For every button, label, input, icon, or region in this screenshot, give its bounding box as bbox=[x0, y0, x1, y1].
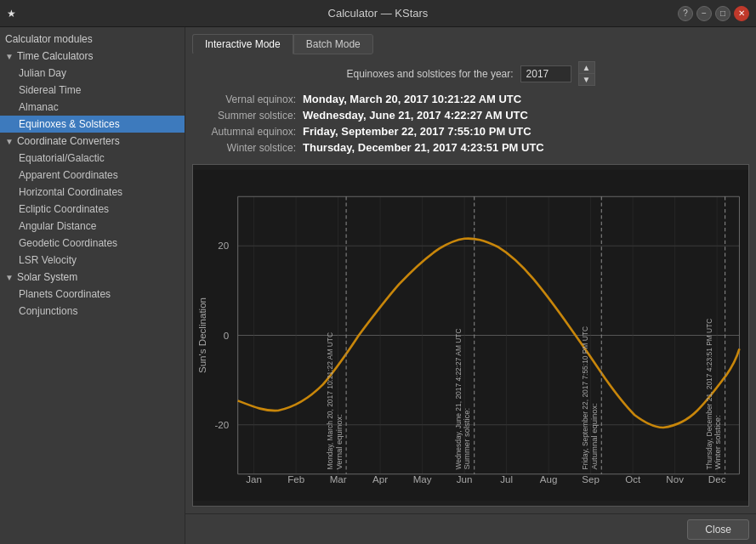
svg-text:Thursday, December 21, 2017 4:: Thursday, December 21, 2017 4:23:51 PM U… bbox=[705, 319, 713, 470]
equinox-data-rows: Vernal equinox: Monday, March 20, 2017 1… bbox=[192, 93, 749, 157]
svg-text:Mar: Mar bbox=[330, 474, 347, 484]
sidebar-item-equatorial-galactic[interactable]: Equatorial/Galactic bbox=[0, 150, 185, 167]
svg-text:Jul: Jul bbox=[500, 474, 513, 484]
sidebar-section-solar-system[interactable]: ▼ Solar System bbox=[0, 269, 185, 286]
svg-text:Winter solstice:: Winter solstice: bbox=[713, 415, 722, 469]
sidebar-item-lsr-velocity[interactable]: LSR Velocity bbox=[0, 252, 185, 269]
tab-interactive-mode[interactable]: Interactive Mode bbox=[192, 34, 293, 54]
summer-solstice-value: Wednesday, June 21, 2017 4:22:27 AM UTC bbox=[303, 109, 528, 122]
app-icon: ★ bbox=[7, 8, 16, 20]
vernal-equinox-row: Vernal equinox: Monday, March 20, 2017 1… bbox=[192, 93, 749, 105]
sidebar-item-horizontal-coordinates[interactable]: Horizontal Coordinates bbox=[0, 184, 185, 201]
autumnal-equinox-row: Autumnal equinox: Friday, September 22, … bbox=[192, 125, 749, 138]
winter-solstice-value: Thursday, December 21, 2017 4:23:51 PM U… bbox=[303, 141, 544, 154]
sidebar-item-planets-coordinates[interactable]: Planets Coordinates bbox=[0, 286, 185, 303]
window-title: Calculator — KStars bbox=[328, 7, 429, 20]
svg-text:Friday, September 22, 2017 7:5: Friday, September 22, 2017 7:55:10 PM UT… bbox=[581, 326, 589, 470]
header-label: Calculator modules bbox=[5, 33, 93, 45]
svg-text:-20: -20 bbox=[214, 420, 229, 430]
expand-arrow-time: ▼ bbox=[5, 52, 14, 61]
svg-text:20: 20 bbox=[218, 241, 229, 251]
sidebar-item-ecliptic-coordinates[interactable]: Ecliptic Coordinates bbox=[0, 201, 185, 218]
svg-text:Aug: Aug bbox=[540, 474, 558, 484]
svg-text:Feb: Feb bbox=[287, 474, 304, 484]
maximize-button[interactable]: □ bbox=[715, 6, 730, 21]
svg-text:Jan: Jan bbox=[246, 474, 262, 484]
svg-text:Dec: Dec bbox=[708, 474, 726, 484]
window-controls: ? − □ ✕ bbox=[678, 6, 749, 21]
svg-text:Autumnal equinox:: Autumnal equinox: bbox=[589, 403, 599, 469]
vernal-equinox-value: Monday, March 20, 2017 10:21:22 AM UTC bbox=[303, 93, 521, 105]
equinox-header-label: Equinoxes and solstices for the year: bbox=[346, 68, 513, 80]
svg-text:Summer solstice:: Summer solstice: bbox=[462, 408, 471, 470]
section-label-coord: Coordinate Converters bbox=[17, 135, 120, 147]
tab-bar: Interactive Mode Batch Mode bbox=[192, 34, 749, 54]
svg-text:May: May bbox=[413, 474, 432, 484]
summer-solstice-label: Summer solstice: bbox=[192, 110, 303, 122]
sidebar-section-time-calculators[interactable]: ▼ Time Calculators bbox=[0, 48, 185, 65]
svg-text:Sep: Sep bbox=[582, 474, 600, 484]
titlebar: ★ Calculator — KStars ? − □ ✕ bbox=[0, 0, 756, 27]
sidebar-item-apparent-coordinates[interactable]: Apparent Coordinates bbox=[0, 167, 185, 184]
main-layout: Calculator modules ▼ Time Calculators Ju… bbox=[0, 27, 756, 544]
sidebar-item-geodetic-coordinates[interactable]: Geodetic Coordinates bbox=[0, 235, 185, 252]
section-label-solar: Solar System bbox=[17, 271, 77, 283]
sidebar-item-julian-day[interactable]: Julian Day bbox=[0, 65, 185, 82]
svg-text:0: 0 bbox=[224, 331, 229, 341]
winter-solstice-label: Winter solstice: bbox=[192, 142, 303, 154]
sidebar-item-sidereal-time[interactable]: Sidereal Time bbox=[0, 82, 185, 99]
winter-solstice-row: Winter solstice: Thursday, December 21, … bbox=[192, 141, 749, 154]
tab-batch-mode[interactable]: Batch Mode bbox=[293, 34, 373, 54]
sidebar-item-conjunctions[interactable]: Conjunctions bbox=[0, 303, 185, 320]
window-close-button[interactable]: ✕ bbox=[734, 6, 749, 21]
svg-text:Jun: Jun bbox=[457, 474, 473, 484]
help-button[interactable]: ? bbox=[678, 6, 693, 21]
content-area: Interactive Mode Batch Mode Equinoxes an… bbox=[185, 27, 756, 513]
year-down-button[interactable]: ▼ bbox=[579, 74, 594, 85]
declination-chart: 20 0 -20 Jan Feb Mar Apr May Jun Jul Aug… bbox=[192, 164, 749, 507]
equinox-year-header: Equinoxes and solstices for the year: ▲ … bbox=[192, 61, 749, 86]
summer-solstice-row: Summer solstice: Wednesday, June 21, 201… bbox=[192, 109, 749, 122]
bottom-bar: Close bbox=[185, 513, 756, 544]
autumnal-equinox-value: Friday, September 22, 2017 7:55:10 PM UT… bbox=[303, 125, 531, 138]
close-button[interactable]: Close bbox=[687, 519, 749, 540]
section-label-time: Time Calculators bbox=[17, 50, 94, 62]
expand-arrow-coord: ▼ bbox=[5, 137, 14, 146]
sidebar: Calculator modules ▼ Time Calculators Ju… bbox=[0, 27, 185, 544]
sidebar-item-angular-distance[interactable]: Angular Distance bbox=[0, 218, 185, 235]
svg-text:Oct: Oct bbox=[625, 474, 641, 484]
year-up-button[interactable]: ▲ bbox=[579, 62, 594, 74]
vernal-equinox-label: Vernal equinox: bbox=[192, 94, 303, 105]
svg-text:Monday, March 20, 2017 10:21:2: Monday, March 20, 2017 10:21:22 AM UTC bbox=[326, 332, 334, 470]
svg-text:Vernal equinox:: Vernal equinox: bbox=[334, 414, 344, 469]
sidebar-item-almanac[interactable]: Almanac bbox=[0, 99, 185, 116]
minimize-button[interactable]: − bbox=[696, 6, 712, 21]
year-input[interactable] bbox=[520, 65, 571, 82]
svg-text:Nov: Nov bbox=[666, 474, 684, 484]
expand-arrow-solar: ▼ bbox=[5, 273, 14, 282]
svg-text:Apr: Apr bbox=[372, 474, 388, 484]
svg-text:Wednesday, June 21, 2017 4:22:: Wednesday, June 21, 2017 4:22:27 AM UTC bbox=[454, 328, 463, 469]
sidebar-header: Calculator modules bbox=[0, 31, 185, 48]
sidebar-section-coord-converters[interactable]: ▼ Coordinate Converters bbox=[0, 133, 185, 150]
autumnal-equinox-label: Autumnal equinox: bbox=[192, 126, 303, 138]
chart-svg: 20 0 -20 Jan Feb Mar Apr May Jun Jul Aug… bbox=[193, 165, 748, 506]
sidebar-item-equinoxes-solstices[interactable]: Equinoxes & Solstices bbox=[0, 116, 185, 133]
svg-text:Sun's Declination: Sun's Declination bbox=[197, 298, 207, 373]
